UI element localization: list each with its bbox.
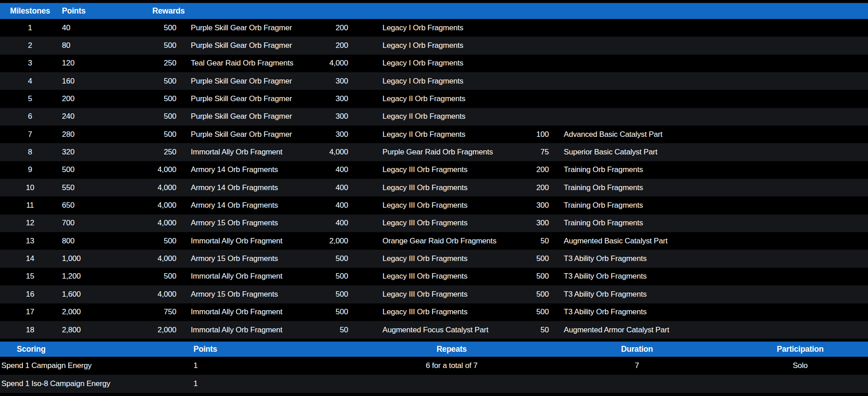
reward-3-name: T3 Ability Orb Fragments: [549, 254, 868, 263]
reward-3-quantity: 500: [518, 254, 549, 263]
milestone-points: 40: [60, 23, 152, 33]
reward-1-name: Purple Skill Gear Orb Fragmer: [176, 41, 317, 50]
table-row: 1 40 500 Purple Skill Gear Orb Fragmer 2…: [0, 19, 868, 37]
milestone-points: 550: [60, 183, 152, 192]
reward-2-name: Legacy I Orb Fragments: [348, 23, 518, 33]
table-row: 7 280 500 Purple Skill Gear Orb Fragmer …: [0, 126, 868, 143]
milestone-points: 280: [60, 130, 152, 139]
column-header-duration: Duration: [542, 345, 732, 354]
reward-3-quantity: 50: [518, 326, 549, 335]
reward-3-name: Advanced Basic Catalyst Part: [549, 130, 868, 139]
table-row: 16 1,600 4,000 Armory 15 Orb Fragments 5…: [0, 285, 868, 303]
reward-1-quantity: 4,000: [152, 201, 176, 210]
reward-3-quantity: 100: [518, 130, 549, 139]
reward-2-quantity: 500: [317, 254, 348, 263]
milestone-number: 3: [0, 59, 60, 68]
reward-2-quantity: 400: [317, 165, 348, 174]
table-row: 11 650 4,000 Armory 14 Orb Fragments 400…: [0, 196, 868, 214]
table-row: 9 500 4,000 Armory 14 Orb Fragments 400 …: [0, 161, 868, 179]
milestone-points: 1,200: [60, 272, 152, 281]
milestone-points: 2,800: [60, 326, 152, 335]
milestone-points: 320: [60, 148, 152, 157]
reward-2-quantity: 4,000: [317, 59, 348, 68]
reward-1-quantity: 500: [152, 130, 176, 139]
reward-2-name: Legacy III Orb Fragments: [348, 307, 518, 317]
reward-1-name: Immortal Ally Orb Fragment: [176, 148, 317, 157]
milestone-points: 80: [60, 41, 152, 50]
reward-1-name: Immortal Ally Orb Fragment: [176, 326, 317, 335]
milestone-points: 120: [60, 59, 152, 68]
reward-2-name: Legacy III Orb Fragments: [348, 272, 518, 281]
milestone-number: 12: [0, 219, 60, 228]
reward-2-quantity: 500: [317, 272, 348, 281]
milestone-number: 5: [0, 94, 60, 103]
scoring-action-label: Spend 1 Iso-8 Campaign Energy: [0, 379, 193, 388]
milestone-number: 1: [0, 23, 60, 33]
reward-1-quantity: 500: [152, 112, 176, 121]
reward-1-name: Armory 15 Orb Fragments: [176, 254, 317, 263]
milestone-number: 15: [0, 272, 60, 281]
column-header-scoring: Scoring: [0, 345, 193, 354]
reward-2-name: Augmented Focus Catalyst Part: [348, 326, 518, 335]
reward-2-quantity: 4,000: [317, 148, 348, 157]
reward-1-name: Purple Skill Gear Orb Fragmer: [176, 112, 317, 121]
reward-3-quantity: 500: [518, 290, 549, 299]
reward-2-name: Legacy III Orb Fragments: [348, 201, 518, 210]
reward-2-quantity: 300: [317, 77, 348, 86]
reward-1-quantity: 4,000: [152, 254, 176, 263]
reward-2-name: Legacy III Orb Fragments: [348, 165, 518, 174]
table-row: 18 2,800 2,000 Immortal Ally Orb Fragmen…: [0, 321, 868, 339]
reward-3-name: T3 Ability Orb Fragments: [549, 272, 868, 281]
reward-2-name: Purple Gear Raid Orb Fragments: [348, 148, 518, 157]
reward-2-name: Legacy III Orb Fragments: [348, 254, 518, 263]
table-row: 6 240 500 Purple Skill Gear Orb Fragmer …: [0, 108, 868, 126]
table-row: 12 700 4,000 Armory 15 Orb Fragments 400…: [0, 214, 868, 232]
scoring-duration-value: 7: [542, 361, 732, 370]
column-header-points: Points: [60, 6, 152, 16]
reward-1-quantity: 4,000: [152, 219, 176, 228]
table-row: Spend 1 Iso-8 Campaign Energy 1: [0, 375, 868, 393]
table-row: 17 2,000 750 Immortal Ally Orb Fragment …: [0, 303, 868, 321]
reward-2-name: Legacy I Orb Fragments: [348, 77, 518, 86]
reward-1-name: Immortal Ally Orb Fragment: [176, 237, 317, 246]
reward-1-quantity: 500: [152, 237, 176, 246]
table-row: 3 120 250 Teal Gear Raid Orb Fragments 4…: [0, 55, 868, 72]
reward-2-name: Legacy I Orb Fragments: [348, 59, 518, 68]
reward-1-quantity: 500: [152, 23, 176, 33]
milestone-points: 1,600: [60, 290, 152, 299]
reward-1-name: Teal Gear Raid Orb Fragments: [176, 59, 317, 68]
milestone-number: 9: [0, 165, 60, 174]
scoring-table: Scoring Points Repeats Duration Particip…: [0, 341, 868, 393]
table-row: 2 80 500 Purple Skill Gear Orb Fragmer 2…: [0, 37, 868, 54]
milestone-number: 14: [0, 254, 60, 263]
reward-1-quantity: 4,000: [152, 183, 176, 192]
reward-3-quantity: 200: [518, 183, 549, 192]
reward-1-quantity: 250: [152, 59, 176, 68]
table-row: Spend 1 Campaign Energy 1 6 for a total …: [0, 357, 868, 375]
table-row: 4 160 500 Purple Skill Gear Orb Fragmer …: [0, 72, 868, 90]
reward-3-name: Superior Basic Catalyst Part: [549, 148, 868, 157]
milestone-points: 200: [60, 94, 152, 103]
reward-1-name: Purple Skill Gear Orb Fragmer: [176, 130, 317, 139]
reward-2-name: Legacy II Orb Fragments: [348, 94, 518, 103]
reward-1-quantity: 250: [152, 148, 176, 157]
reward-2-quantity: 200: [317, 23, 348, 33]
table-row: 8 320 250 Immortal Ally Orb Fragment 4,0…: [0, 143, 868, 161]
milestone-number: 17: [0, 307, 60, 317]
reward-3-name: T3 Ability Orb Fragments: [549, 290, 868, 299]
reward-1-quantity: 4,000: [152, 165, 176, 174]
column-header-scoring-points: Points: [193, 345, 362, 354]
milestone-number: 4: [0, 77, 60, 86]
reward-1-name: Armory 14 Orb Fragments: [176, 201, 317, 210]
reward-3-name: Training Orb Fragments: [549, 165, 868, 174]
reward-1-quantity: 500: [152, 272, 176, 281]
scoring-repeats-value: 6 for a total of 7: [362, 361, 542, 370]
reward-3-name: T3 Ability Orb Fragments: [549, 307, 868, 317]
milestone-points: 500: [60, 165, 152, 174]
reward-2-name: Legacy III Orb Fragments: [348, 183, 518, 192]
milestone-number: 2: [0, 41, 60, 50]
reward-3-quantity: 200: [518, 165, 549, 174]
scoring-table-header: Scoring Points Repeats Duration Particip…: [0, 341, 868, 357]
milestone-number: 8: [0, 148, 60, 157]
scoring-action-label: Spend 1 Campaign Energy: [0, 361, 193, 370]
